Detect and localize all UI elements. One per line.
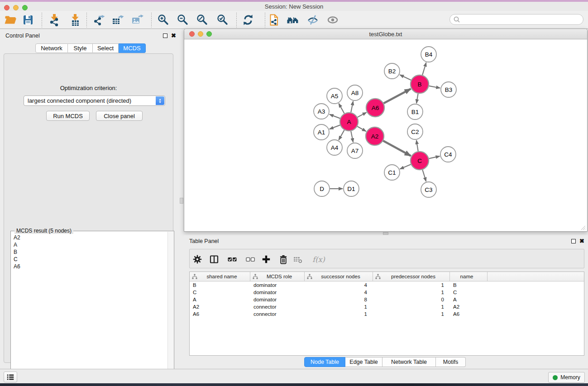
edge-A-A6[interactable] [358,112,367,117]
zoom-fit-button[interactable] [194,13,210,27]
edge-B-B4[interactable] [422,62,426,75]
network-canvas[interactable]: B4B2BB3A8A5A6A3B1AA1C2A2A4A7C4CC1DD1C3 [185,40,587,231]
resize-grip-icon[interactable] [580,224,586,230]
node-C2[interactable]: C2 [407,124,423,139]
node-D1[interactable]: D1 [344,181,359,196]
node-C[interactable]: C [411,152,429,170]
search-field[interactable] [449,14,583,25]
node-B1[interactable]: B1 [407,104,423,119]
float-table-panel-icon[interactable] [571,239,576,243]
memory-button[interactable]: Memory [548,372,585,383]
network-file-button[interactable] [266,13,282,27]
table-row[interactable]: A6connector11A6 [190,310,584,318]
zoom-selected-button[interactable] [215,13,231,27]
table-row[interactable]: Adominator80A [190,296,584,303]
edge-A-A4[interactable] [339,130,344,140]
tab-select[interactable]: Select [93,43,119,53]
select-all-button[interactable] [226,253,238,265]
table-row[interactable]: Bdominator41B [190,281,584,289]
home-button[interactable] [285,13,301,27]
node-B[interactable]: B [411,75,429,93]
tab-style[interactable]: Style [68,43,93,53]
node-A2[interactable]: A2 [366,127,384,145]
vertical-split-grabber[interactable] [180,198,183,204]
node-D[interactable]: D [314,181,330,196]
refresh-layout-button[interactable] [240,13,256,27]
close-panel-icon[interactable]: ✖ [171,33,176,38]
horizontal-split-grabber[interactable] [383,232,388,235]
node-A5[interactable]: A5 [327,88,342,104]
edge-A-A2[interactable] [357,126,366,131]
tab-network-table[interactable]: Network Table [382,357,436,367]
edge-C-C1[interactable] [400,164,411,169]
column-header-predecessor-nodes[interactable]: predecessor nodes [373,272,450,281]
deselect-all-button[interactable] [244,253,256,265]
close-table-panel-icon[interactable]: ✖ [579,238,584,243]
search-input[interactable] [461,16,583,23]
node-A7[interactable]: A7 [347,143,363,158]
edge-A-A3[interactable] [330,114,340,119]
mcds-result-item[interactable]: A [12,241,167,248]
node-A8[interactable]: A8 [347,85,363,100]
node-B4[interactable]: B4 [421,47,436,62]
edge-B-B3[interactable] [429,86,440,88]
delete-table-button[interactable] [292,253,304,265]
node-A3[interactable]: A3 [314,104,329,119]
node-C4[interactable]: C4 [440,147,456,162]
zoom-out-button[interactable] [175,13,191,27]
mcds-result-item[interactable]: A2 [12,234,167,241]
edge-A-A8[interactable] [351,101,353,113]
edge-A2-C[interactable] [383,141,411,156]
edge-A-A1[interactable] [330,125,340,129]
columns-button[interactable] [208,253,220,265]
show-visibility-button[interactable] [325,13,341,27]
mcds-result-list[interactable]: A2ABCA6 [12,234,167,385]
tab-edge-table[interactable]: Edge Table [345,357,382,367]
node-B3[interactable]: B3 [441,82,456,97]
node-A1[interactable]: A1 [314,124,329,140]
settings-button[interactable] [191,253,203,265]
node-C3[interactable]: C3 [421,182,436,197]
mcds-result-scrollbar[interactable] [167,232,173,385]
edge-C-C2[interactable] [416,140,418,152]
fx-button[interactable]: f(x) [313,253,325,265]
node-A4[interactable]: A4 [327,140,342,155]
mcds-result-item[interactable]: B [12,248,167,256]
column-header-MCDS-role[interactable]: MCDS role [250,272,305,281]
table-row[interactable]: A2connector11A2 [190,303,584,310]
edge-B-B1[interactable] [416,94,418,104]
column-header-successor-nodes[interactable]: successor nodes [305,272,373,281]
import-network-button[interactable] [46,13,62,27]
node-C1[interactable]: C1 [384,165,400,180]
edge-C-C4[interactable] [429,156,440,158]
edge-A-A5[interactable] [339,104,344,114]
tab-network[interactable]: Network [35,43,68,53]
save-session-button[interactable] [20,13,36,27]
edge-B-B2[interactable] [400,75,411,80]
network-window-titlebar[interactable]: testGlobe.txt [184,29,587,39]
mcds-result-item[interactable]: C [12,256,167,263]
export-network-button[interactable] [91,13,107,27]
table-row[interactable]: Cdominator41C [190,289,584,296]
export-table-button[interactable] [110,13,126,27]
task-history-button[interactable] [4,372,17,382]
edge-A-A7[interactable] [351,131,353,143]
edge-C-C3[interactable] [422,170,426,181]
mcds-result-item[interactable]: A6 [12,263,167,270]
node-A6[interactable]: A6 [366,99,384,117]
tab-mcds[interactable]: MCDS [119,43,146,53]
export-image-button[interactable] [129,13,145,27]
zoom-in-button[interactable] [155,13,172,27]
hide-visibility-button[interactable] [305,13,321,27]
float-panel-icon[interactable] [163,33,167,38]
tab-node-table[interactable]: Node Table [304,357,345,367]
edge-A6-B[interactable] [384,89,411,103]
tab-motifs[interactable]: Motifs [436,357,466,367]
run-mcds-button[interactable]: Run MCDS [46,111,90,121]
optimization-criterion-select[interactable]: largest connected component (directed) ▲… [24,95,165,106]
import-table-button[interactable] [67,13,83,27]
open-session-button[interactable] [2,13,19,27]
add-column-button[interactable] [260,253,272,265]
node-B2[interactable]: B2 [384,63,400,79]
column-header-name[interactable]: name [450,272,488,281]
